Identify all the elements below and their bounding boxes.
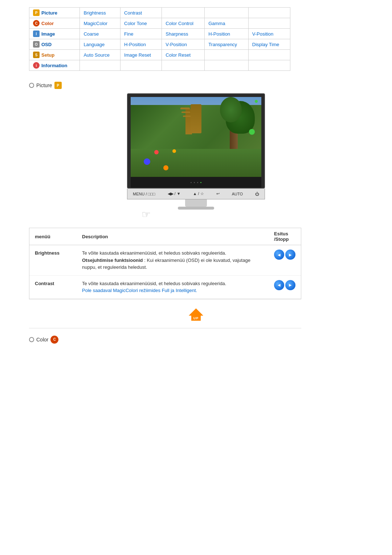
col-play-header: Esitus /Stopp	[269, 228, 301, 245]
monitor-container: MENU / □□□ ◀▶ / ▼ ▲ / ☆ ↩ AUTO ⏻ ☞	[29, 93, 363, 210]
contrast-play-cell: ◀ ▶	[269, 275, 301, 299]
color-section-heading: Color C	[29, 336, 363, 344]
contrast-desc-line1: Te võite kasutada ekraanimenüüsid, et he…	[82, 281, 226, 286]
monitor-menu-label: MENU / □□□	[133, 192, 155, 196]
brightness-desc-line1: Te võite kasutada ekraanimenüüsid, et he…	[82, 250, 226, 256]
nav-vposition-osd-link[interactable]: V-Position	[166, 42, 187, 47]
nav-brightness-link[interactable]: Brightness	[83, 10, 106, 16]
monitor-bright-label: ▲ / ☆	[193, 191, 204, 196]
col-desc-header: Description	[77, 228, 269, 245]
monitor-controls-bar: MENU / □□□ ◀▶ / ▼ ▲ / ☆ ↩ AUTO ⏻	[127, 189, 265, 199]
nav-row-image: I Image Coarse Fine Sharpness H-Position…	[29, 29, 290, 39]
picture-radio-icon	[29, 83, 34, 88]
monitor-screen	[131, 97, 261, 177]
up-button-container: UP	[29, 308, 363, 321]
nav-colorcontrol-link[interactable]: Color Control	[166, 21, 193, 26]
nav-vposition-image-link[interactable]: V-Position	[252, 31, 274, 37]
nav-sharpness-link[interactable]: Sharpness	[166, 31, 188, 37]
monitor-nav-label: ◀▶ / ▼	[168, 191, 181, 196]
image-icon: I	[33, 31, 40, 37]
contrast-next-button[interactable]: ▶	[285, 280, 295, 290]
brightness-menu-cell: Brightness	[29, 245, 77, 276]
nav-transparency-link[interactable]: Transparency	[208, 42, 237, 47]
setup-icon: S	[33, 52, 40, 58]
up-label: UP	[191, 316, 201, 321]
nav-setup-label[interactable]: Setup	[41, 52, 54, 58]
nav-gamma-link[interactable]: Gamma	[208, 21, 225, 26]
color-icon: C	[33, 20, 40, 27]
monitor-power-label: ⏻	[255, 192, 259, 196]
nav-row-setup: S Setup Auto Source Image Reset Color Re…	[29, 50, 290, 60]
nav-displaytime-link[interactable]: Display Time	[252, 42, 279, 47]
nav-osd-label[interactable]: OSD	[41, 42, 52, 47]
info-table-wrapper: menüü Description Esitus /Stopp Brightne…	[29, 228, 301, 299]
nav-fine-link[interactable]: Fine	[124, 31, 133, 37]
nav-hposition-osd-link[interactable]: H-Position	[124, 42, 146, 47]
info-table-header: menüü Description Esitus /Stopp	[29, 228, 301, 245]
monitor-auto-label: AUTO	[232, 192, 243, 196]
nav-colortone-link[interactable]: Color Tone	[124, 21, 147, 26]
nav-color-label[interactable]: Color	[41, 21, 54, 26]
picture-heading-text: Picture	[36, 82, 52, 88]
picture-section-heading: Picture P	[29, 82, 363, 89]
nav-image-label[interactable]: Image	[41, 31, 55, 37]
nav-row-osd: O OSD Language H-Position V-Position Tra…	[29, 39, 290, 50]
color-heading-text: Color	[36, 337, 48, 343]
nav-colorreset-link[interactable]: Color Reset	[166, 52, 191, 58]
picture-heading-icon: P	[54, 82, 62, 89]
contrast-link[interactable]: Pole saadaval MagicColori režiimides Ful…	[82, 288, 197, 293]
nav-imagereset-link[interactable]: Image Reset	[124, 52, 151, 58]
monitor-stand	[127, 199, 265, 210]
nav-language-link[interactable]: Language	[83, 42, 105, 47]
brightness-desc-bold: Otsejuhtimise funktsioonid	[82, 258, 143, 263]
brightness-row: Brightness Te võite kasutada ekraanimenü…	[29, 245, 301, 276]
brightness-desc-cell: Te võite kasutada ekraanimenüüsid, et he…	[77, 245, 269, 276]
nav-row-picture: P Picture Brightness Contrast	[29, 8, 290, 18]
col-menu-header: menüü	[29, 228, 77, 245]
color-radio-icon	[29, 337, 34, 342]
nav-picture-label[interactable]: Picture	[41, 10, 57, 16]
nav-coarse-link[interactable]: Coarse	[83, 31, 99, 37]
monitor-source-label: ↩	[216, 191, 220, 196]
monitor-bottom-bar	[131, 177, 261, 188]
contrast-prev-button[interactable]: ◀	[274, 280, 284, 290]
contrast-desc-cell: Te võite kasutada ekraanimenüüsid, et he…	[77, 275, 269, 299]
nav-magiccolor-link[interactable]: MagicColor	[83, 21, 107, 26]
nav-autosource-link[interactable]: Auto Source	[83, 52, 110, 58]
brightness-next-button[interactable]: ▶	[285, 250, 295, 260]
picture-icon: P	[33, 9, 40, 16]
monitor-outer	[127, 93, 265, 189]
nav-row-information: i Information	[29, 60, 290, 71]
navigation-table: P Picture Brightness Contrast C Color Ma…	[29, 7, 290, 71]
nav-contrast-link[interactable]: Contrast	[124, 10, 142, 16]
color-section: Color C	[29, 336, 363, 344]
up-button[interactable]: UP	[189, 308, 203, 321]
info-icon: i	[33, 62, 40, 69]
contrast-row: Contrast Te võite kasutada ekraanimenüüs…	[29, 275, 301, 299]
nav-info-label[interactable]: Information	[41, 63, 68, 68]
contrast-menu-cell: Contrast	[29, 275, 77, 299]
brightness-play-cell: ◀ ▶	[269, 245, 301, 276]
info-table: menüü Description Esitus /Stopp Brightne…	[29, 228, 301, 299]
nav-hposition-image-link[interactable]: H-Position	[208, 31, 230, 37]
cursor-hint: ☞	[142, 208, 151, 220]
contrast-nav-buttons: ◀ ▶	[274, 280, 295, 290]
brightness-prev-button[interactable]: ◀	[274, 250, 284, 260]
osd-icon: O	[33, 41, 40, 48]
section-divider	[29, 328, 301, 328]
color-heading-icon: C	[50, 336, 58, 344]
brightness-nav-buttons: ◀ ▶	[274, 250, 295, 260]
up-triangle	[189, 308, 203, 316]
nav-row-color: C Color MagicColor Color Tone Color Cont…	[29, 18, 290, 29]
